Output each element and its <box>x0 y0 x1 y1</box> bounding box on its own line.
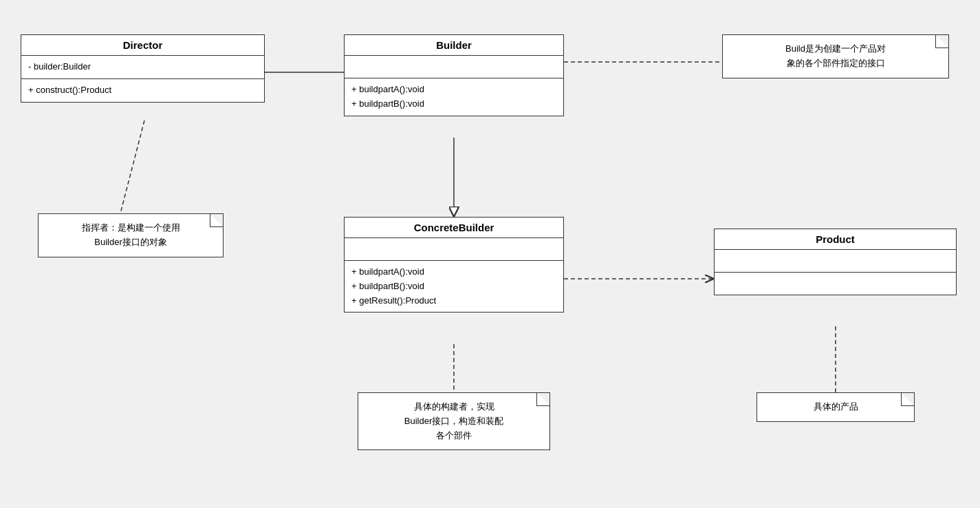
concrete-builder-method-3: + getResult():Product <box>351 294 556 308</box>
builder-note: Build是为创建一个产品对象的各个部件指定的接口 <box>722 34 949 78</box>
director-note-text: 指挥者：是构建一个使用Builder接口的对象 <box>82 222 180 247</box>
director-attributes: - builder:Builder <box>21 56 264 79</box>
product-note: 具体的产品 <box>756 392 915 422</box>
builder-attributes <box>345 56 563 78</box>
concrete-builder-note-text: 具体的构建者，实现Builder接口，构造和装配各个部件 <box>404 401 503 441</box>
product-class-name: Product <box>715 229 956 250</box>
builder-methods: + buildpartA():void + buildpartB():void <box>345 78 563 116</box>
product-methods <box>715 273 956 295</box>
concrete-builder-class: ConcreteBuilder + buildpartA():void + bu… <box>344 217 564 313</box>
builder-method-2: + buildpartB():void <box>351 97 556 112</box>
product-note-text: 具体的产品 <box>814 401 858 412</box>
concrete-builder-note: 具体的构建者，实现Builder接口，构造和装配各个部件 <box>358 392 550 450</box>
builder-method-1: + buildpartA():void <box>351 83 556 97</box>
builder-note-text: Build是为创建一个产品对象的各个部件指定的接口 <box>785 43 886 68</box>
director-note: 指挥者：是构建一个使用Builder接口的对象 <box>38 213 224 257</box>
builder-class-name: Builder <box>345 35 563 56</box>
svg-line-4 <box>120 120 144 213</box>
director-attr-1: - builder:Builder <box>28 60 257 74</box>
concrete-builder-method-2: + buildpartB():void <box>351 279 556 294</box>
concrete-builder-method-1: + buildpartA():void <box>351 265 556 279</box>
director-class: Director - builder:Builder + construct()… <box>21 34 265 103</box>
director-class-name: Director <box>21 35 264 56</box>
director-method-1: + construct():Product <box>28 83 257 98</box>
concrete-builder-attributes <box>345 238 563 261</box>
product-attributes <box>715 250 956 273</box>
product-class: Product <box>714 229 957 295</box>
builder-class: Builder + buildpartA():void + buildpartB… <box>344 34 564 116</box>
uml-diagram: Director - builder:Builder + construct()… <box>0 0 980 508</box>
director-methods: + construct():Product <box>21 79 264 102</box>
concrete-builder-class-name: ConcreteBuilder <box>345 218 563 238</box>
concrete-builder-methods: + buildpartA():void + buildpartB():void … <box>345 261 563 312</box>
